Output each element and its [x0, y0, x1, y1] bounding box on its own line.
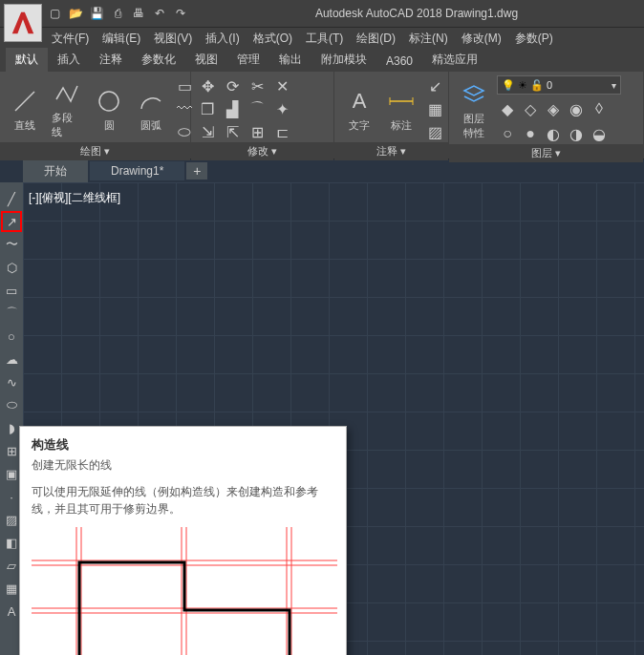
ribbon-tab-featured[interactable]: 精选应用	[422, 48, 487, 72]
tooltip-illustration	[32, 527, 334, 655]
arc-button[interactable]: 圆弧	[132, 84, 170, 135]
current-layer: 0	[547, 79, 609, 91]
tool-pline-icon[interactable]: 〜	[1, 234, 22, 255]
ribbon-panel-modify: ✥❐⇲ ⟳▟⇱ ✂⌒⊞ ✕✦⊏ 修改 ▾	[191, 72, 334, 158]
layer-tool-4-icon[interactable]: ◉	[566, 98, 587, 119]
svg-line-0	[15, 92, 34, 111]
stretch-icon[interactable]: ⇲	[197, 121, 218, 142]
menu-draw[interactable]: 绘图(D)	[351, 29, 401, 49]
ribbon-tab-manage[interactable]: 管理	[227, 48, 269, 72]
plot-icon[interactable]: 🖶	[130, 5, 147, 22]
ribbon-tab-insert[interactable]: 插入	[48, 48, 90, 72]
explode-icon[interactable]: ✦	[271, 98, 292, 119]
trim-icon[interactable]: ✂	[247, 75, 268, 96]
panel-title-layers[interactable]: 图层 ▾	[449, 144, 643, 162]
menu-edit[interactable]: 编辑(E)	[97, 29, 146, 49]
erase-icon[interactable]: ✕	[271, 75, 292, 96]
fillet-icon[interactable]: ⌒	[247, 98, 268, 119]
tool-line-icon[interactable]: ╱	[1, 188, 22, 209]
arc-icon	[136, 86, 166, 116]
tool-xline-icon[interactable]: ↗	[1, 211, 22, 232]
layer-tool-5-icon[interactable]: ◊	[589, 98, 610, 119]
leader-icon[interactable]: ↙	[424, 75, 445, 96]
layer-tool-7-icon[interactable]: ●	[520, 123, 541, 144]
line-label: 直线	[14, 118, 35, 133]
saveas-icon[interactable]: ⎙	[109, 5, 126, 22]
new-icon[interactable]: ▢	[46, 5, 63, 22]
filetab-drawing1[interactable]: Drawing1*	[90, 161, 184, 180]
polyline-button[interactable]: 多段线	[48, 76, 86, 141]
layer-tool-8-icon[interactable]: ◐	[543, 123, 564, 144]
filetab-add[interactable]: +	[186, 162, 207, 180]
tool-circle-icon[interactable]: ○	[1, 326, 22, 347]
layer-tool-6-icon[interactable]: ○	[497, 123, 518, 144]
text-button[interactable]: A 文字	[340, 84, 378, 135]
menu-dimension[interactable]: 标注(N)	[403, 29, 454, 49]
dimension-label: 标注	[391, 118, 412, 133]
tool-spline-icon[interactable]: ∿	[1, 371, 22, 392]
dimension-button[interactable]: 标注	[382, 84, 420, 135]
text-label: 文字	[349, 118, 370, 133]
mirror-icon[interactable]: ▟	[222, 98, 243, 119]
rotate-icon[interactable]: ⟳	[222, 75, 243, 96]
menu-insert[interactable]: 插入(I)	[200, 29, 245, 49]
ribbon-tab-output[interactable]: 输出	[269, 48, 311, 72]
tool-polygon-icon[interactable]: ⬡	[1, 257, 22, 278]
menu-tools[interactable]: 工具(T)	[300, 29, 349, 49]
chevron-down-icon: ▾	[612, 80, 616, 91]
ribbon-panel-annotate: A 文字 标注 ↙▦▨ 注释 ▾	[334, 72, 449, 158]
tool-revcloud-icon[interactable]: ☁	[1, 349, 22, 370]
layers-icon	[459, 79, 489, 110]
table-icon[interactable]: ▦	[424, 98, 445, 119]
layer-tool-10-icon[interactable]: ◒	[589, 123, 610, 144]
workspace[interactable]: [-][俯视][二维线框] ╱ ↗ 〜 ⬡ ▭ ⌒ ○ ☁ ∿ ⬭ ◗ ⊞ ▣ …	[0, 182, 644, 655]
polyline-label: 多段线	[52, 111, 82, 139]
ribbon-tab-a360[interactable]: A360	[376, 51, 422, 72]
ribbon-tab-view[interactable]: 视图	[185, 48, 227, 72]
tool-ellipse-icon[interactable]: ⬭	[1, 394, 22, 415]
menu-modify[interactable]: 修改(M)	[456, 29, 507, 49]
app-logo[interactable]	[4, 4, 42, 42]
circle-icon	[94, 86, 124, 116]
ribbon-tab-parametric[interactable]: 参数化	[132, 48, 185, 72]
ribbon-panel-layers: 图层 特性 💡 ☀ 🔓 0 ▾ ◆ ◇ ◈ ◉ ◊ ○	[449, 72, 644, 158]
tooltip-description: 可以使用无限延伸的线（例如构造线）来创建构造和参考线，并且其可用于修剪边界。	[32, 483, 334, 518]
circle-button[interactable]: 圆	[90, 84, 128, 135]
array-icon[interactable]: ⊞	[247, 121, 268, 142]
line-button[interactable]: 直线	[6, 84, 44, 135]
undo-icon[interactable]: ↶	[151, 5, 168, 22]
tooltip-subtitle: 创建无限长的线	[32, 457, 334, 474]
menu-format[interactable]: 格式(O)	[247, 29, 298, 49]
panel-title-modify[interactable]: 修改 ▾	[191, 142, 333, 160]
panel-title-annotate[interactable]: 注释 ▾	[334, 142, 448, 160]
ribbon-tab-annotate[interactable]: 注释	[90, 48, 132, 72]
move-icon[interactable]: ✥	[197, 75, 218, 96]
ribbon-tab-addins[interactable]: 附加模块	[311, 48, 376, 72]
layer-tool-2-icon[interactable]: ◇	[520, 98, 541, 119]
menu-param[interactable]: 参数(P)	[509, 29, 559, 49]
layer-properties-button[interactable]: 图层 特性	[455, 77, 493, 142]
layer-tool-3-icon[interactable]: ◈	[543, 98, 564, 119]
layer-tool-1-icon[interactable]: ◆	[497, 98, 518, 119]
hatch-icon[interactable]: ▨	[424, 121, 445, 142]
menu-view[interactable]: 视图(V)	[148, 29, 198, 49]
scale-icon[interactable]: ⇱	[222, 121, 243, 142]
ribbon-tab-default[interactable]: 默认	[6, 48, 48, 72]
tool-arc-icon[interactable]: ⌒	[1, 303, 22, 324]
open-icon[interactable]: 📂	[67, 5, 84, 22]
offset-icon[interactable]: ⊏	[271, 121, 292, 142]
lock-icon: 🔓	[530, 79, 544, 92]
tool-rect-icon[interactable]: ▭	[1, 280, 22, 301]
tooltip: 构造线 创建无限长的线 可以使用无限延伸的线（例如构造线）来创建构造和参考线，并…	[19, 426, 347, 655]
menu-file[interactable]: 文件(F)	[46, 29, 95, 49]
copy-icon[interactable]: ❐	[197, 98, 218, 119]
layer-tool-9-icon[interactable]: ◑	[566, 123, 587, 144]
circle-label: 圆	[104, 118, 115, 133]
redo-icon[interactable]: ↷	[172, 5, 189, 22]
viewport-label[interactable]: [-][俯视][二维线框]	[29, 190, 120, 206]
filetab-start[interactable]: 开始	[23, 160, 88, 182]
sun-icon: ☀	[518, 79, 527, 92]
save-icon[interactable]: 💾	[88, 5, 105, 22]
panel-title-draw[interactable]: 绘图 ▾	[0, 142, 190, 160]
layer-dropdown[interactable]: 💡 ☀ 🔓 0 ▾	[497, 75, 621, 95]
